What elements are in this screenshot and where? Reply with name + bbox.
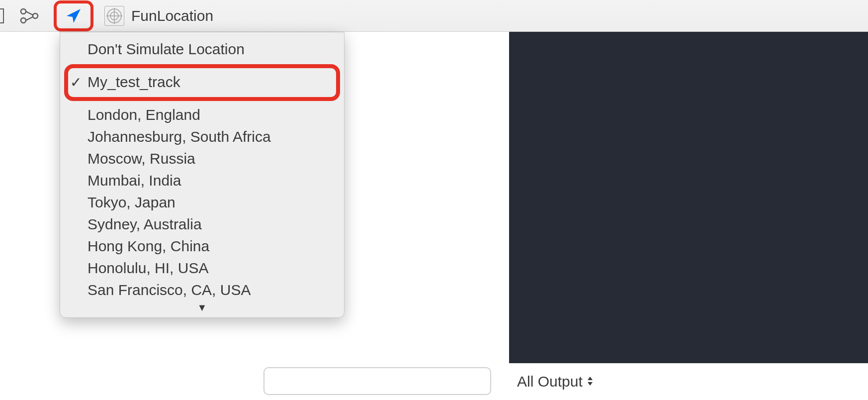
menu-item-label: Tokyo, Japan — [87, 194, 175, 211]
menu-item-location[interactable]: Honolulu, HI, USA — [60, 257, 344, 279]
console-pane: All Output — [509, 32, 868, 400]
filter-input[interactable] — [263, 367, 491, 395]
menu-item-label: Honolulu, HI, USA — [87, 260, 208, 277]
updown-icon — [587, 376, 594, 387]
project-name-text: FunLocation — [131, 7, 213, 24]
menu-item-label: Don't Simulate Location — [87, 41, 245, 58]
project-label[interactable]: FunLocation — [104, 6, 213, 26]
menu-item-location[interactable]: London, England — [60, 104, 344, 126]
menu-item-location[interactable]: Moscow, Russia — [60, 148, 344, 170]
menu-item-label: Johannesburg, South Africa — [87, 128, 271, 145]
location-dropdown-menu: Don't Simulate Location ✓ My_test_track … — [60, 32, 345, 318]
menu-item-label: My_test_track — [87, 74, 180, 91]
menu-item-label: Mumbai, India — [87, 172, 181, 189]
svg-point-3 — [33, 13, 38, 18]
menu-item-label: London, England — [87, 106, 200, 123]
debug-toolbar: FunLocation — [0, 0, 868, 32]
menu-separator — [60, 60, 344, 70]
app-target-icon — [104, 6, 124, 26]
menu-item-label: Hong Kong, China — [87, 238, 209, 255]
console-footer: All Output — [509, 363, 868, 400]
menu-more-indicator[interactable]: ▼ — [60, 301, 344, 313]
svg-point-1 — [21, 9, 26, 14]
menu-item-location[interactable]: Mumbai, India — [60, 170, 344, 192]
simulate-location-button-highlight — [54, 0, 93, 31]
menu-separator — [60, 94, 344, 104]
menu-item-label: San Francisco, CA, USA — [87, 282, 251, 299]
output-filter-dropdown[interactable]: All Output — [517, 373, 594, 390]
menu-item-location[interactable]: Tokyo, Japan — [60, 192, 344, 213]
menu-item-label: Sydney, Australia — [87, 216, 202, 233]
svg-point-2 — [21, 18, 26, 23]
menu-item-location[interactable]: Johannesburg, South Africa — [60, 126, 344, 148]
panel-toggle-icon[interactable] — [0, 9, 5, 23]
menu-item-location[interactable]: San Francisco, CA, USA — [60, 279, 344, 301]
breakpoints-icon[interactable] — [16, 5, 43, 27]
svg-rect-0 — [0, 9, 3, 23]
check-icon: ✓ — [70, 74, 82, 91]
output-filter-label: All Output — [517, 373, 583, 390]
menu-item-label: Moscow, Russia — [87, 150, 195, 167]
menu-item-selected-track[interactable]: ✓ My_test_track — [60, 70, 344, 94]
svg-line-4 — [26, 11, 33, 15]
svg-line-5 — [26, 17, 33, 20]
menu-item-location[interactable]: Hong Kong, China — [60, 235, 344, 257]
chevron-down-icon: ▼ — [197, 302, 207, 313]
simulate-location-button[interactable] — [60, 5, 87, 27]
menu-item-dont-simulate[interactable]: Don't Simulate Location — [60, 38, 344, 60]
menu-item-location[interactable]: Sydney, Australia — [60, 213, 344, 235]
